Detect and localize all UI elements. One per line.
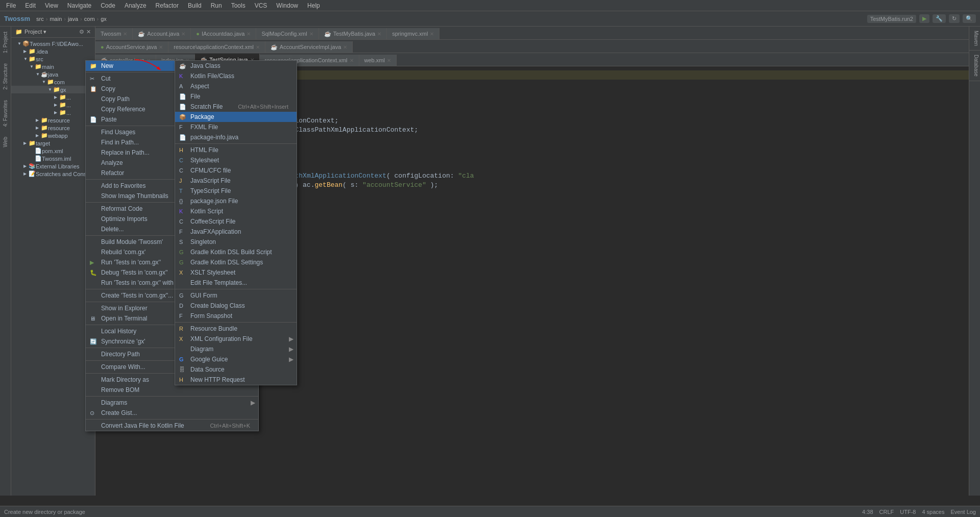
tree-item-sub3[interactable]: ▶ 📁 ... (11, 109, 95, 116)
tree-item-target[interactable]: ▶ 📁 target (11, 139, 95, 147)
breadcrumb-com[interactable]: com (84, 16, 95, 22)
event-log[interactable]: Event Log (950, 509, 976, 515)
menu-window[interactable]: Window (272, 1, 302, 10)
submenu-xslt[interactable]: X XSLT Stylesheet (175, 267, 297, 278)
submenu-googleguice[interactable]: G Google Guice ▶ (175, 354, 297, 364)
submenu-createdialogclass[interactable]: D Create Dialog Class (175, 301, 297, 311)
tree-item-gx[interactable]: ▼ 📁 gx (11, 86, 95, 93)
run-button[interactable]: ▶ (919, 14, 929, 23)
submenu-tsfile[interactable]: T TypeScript File (175, 186, 297, 196)
menu-file[interactable]: File (2, 1, 20, 10)
submenu-file[interactable]: 📄 File (175, 91, 297, 102)
submenu-kotlinscript[interactable]: K Kotlin Script (175, 206, 297, 216)
status-lineending[interactable]: CRLF (879, 509, 894, 515)
web-tab[interactable]: Web (2, 134, 9, 150)
menu-refactor[interactable]: Refactor (152, 1, 183, 10)
submenu-kotlinclass[interactable]: K Kotlin File/Class (175, 71, 297, 81)
tree-item-src[interactable]: ▼ 📁 src (11, 55, 95, 63)
submenu-newhttprequest[interactable]: H New HTTP Request (175, 375, 297, 385)
tab-springmvc[interactable]: springmvc.xml ✕ (387, 28, 439, 39)
tree-item-twossm[interactable]: ▼ 📦 Twossm F:\IDEAwo... (11, 40, 95, 47)
menu-view[interactable]: View (41, 1, 62, 10)
tab-account-close[interactable]: ✕ (181, 31, 185, 37)
breadcrumb-src[interactable]: src (36, 16, 44, 22)
submenu-jsfile[interactable]: J JavaScript File (175, 176, 297, 186)
menu-analyze[interactable]: Analyze (120, 1, 151, 10)
submenu-aspect[interactable]: A Aspect (175, 81, 297, 91)
submenu-scratchfile[interactable]: 📄 Scratch File Ctrl+Alt+Shift+Insert (175, 102, 297, 112)
tab-accountservice-close[interactable]: ✕ (159, 44, 163, 50)
submenu-stylesheet[interactable]: C Stylesheet (175, 155, 297, 165)
submenu-javaclass[interactable]: ☕ Java Class (175, 61, 297, 71)
submenu-coffeescript[interactable]: C CoffeeScript File (175, 216, 297, 227)
tab-sqlmapconfig[interactable]: SqlMapConfig.xml ✕ (256, 28, 318, 39)
tree-item-pom[interactable]: 📄 pom.xml (11, 147, 95, 155)
submenu-guiform[interactable]: G GUI Form (175, 290, 297, 301)
panel-settings-icon[interactable]: ⚙ (79, 29, 84, 35)
tab-iaccountdao-close[interactable]: ✕ (247, 31, 251, 37)
tab-webxml-close[interactable]: ✕ (387, 58, 391, 63)
tab-twossm[interactable]: Twossm ✕ (95, 28, 133, 39)
tree-item-scratches[interactable]: ▶ 📝 Scratches and Cons (11, 170, 95, 178)
tab-account[interactable]: ☕ Account.java ✕ (133, 28, 191, 39)
run-config[interactable]: TestMyBatis.run2 (867, 15, 916, 23)
refresh-button[interactable]: ↻ (949, 14, 960, 23)
ctx-removebom[interactable]: Remove BOM (86, 385, 258, 395)
submenu-fxmlfile[interactable]: F FXML File (175, 122, 297, 132)
tab-webxml[interactable]: web.xml ✕ (359, 55, 397, 66)
menu-help[interactable]: Help (303, 1, 324, 10)
tree-item-iml[interactable]: 📄 Twossm.iml (11, 155, 95, 162)
submenu-formsnapshot[interactable]: F Form Snapshot (175, 311, 297, 321)
tab-twossm-close[interactable]: ✕ (123, 31, 127, 37)
database-tab[interactable]: Database (969, 51, 980, 81)
search-button[interactable]: 🔍 (963, 14, 976, 23)
project-tab[interactable]: 1: Project (2, 29, 9, 56)
submenu-package[interactable]: 📦 Package (175, 112, 297, 122)
submenu-packagejson[interactable]: {} package.json File (175, 196, 297, 206)
panel-close-icon[interactable]: ✕ (86, 29, 91, 35)
submenu-cfml[interactable]: C CFML/CFC file (175, 165, 297, 176)
submenu-editfiletemplates[interactable]: Edit File Templates... (175, 278, 297, 288)
tree-item-webapp[interactable]: ▶ 📁 webapp (11, 132, 95, 139)
build-button[interactable]: 🔧 (933, 14, 946, 23)
tab-testmybatis-close[interactable]: ✕ (377, 31, 381, 37)
breadcrumb-java[interactable]: java (68, 16, 78, 22)
tab-appctx-close[interactable]: ✕ (256, 44, 260, 50)
menu-run[interactable]: Run (207, 1, 226, 10)
submenu-javafxapp[interactable]: F JavaFXApplication (175, 227, 297, 237)
tab-accountserviceimpl[interactable]: ☕ AccountServiceImpl.java ✕ (265, 41, 353, 53)
tab-iaccountdao[interactable]: ● IAccountdao.java ✕ (191, 28, 256, 39)
breadcrumb-main[interactable]: main (50, 16, 62, 22)
status-indent[interactable]: 4 spaces (922, 509, 944, 515)
structure-tab[interactable]: 2: Structure (2, 60, 9, 93)
submenu-diagram[interactable]: Diagram ▶ (175, 344, 297, 354)
menu-vcs[interactable]: VCS (251, 1, 272, 10)
tab-resappctx-close[interactable]: ✕ (350, 58, 354, 63)
tree-item-com[interactable]: ▼ 📁 com (11, 78, 95, 86)
submenu-gradlebuild[interactable]: G Gradle Kotlin DSL Build Script (175, 247, 297, 257)
submenu-packageinfo[interactable]: 📄 package-info.java (175, 132, 297, 142)
ctx-creategist[interactable]: ⊙ Create Gist... (86, 408, 258, 418)
submenu-resourcebundle[interactable]: R Resource Bundle (175, 324, 297, 334)
submenu-singleton[interactable]: S Singleton (175, 237, 297, 247)
ctx-diagrams[interactable]: Diagrams ▶ (86, 398, 258, 408)
tab-springmvc-close[interactable]: ✕ (430, 31, 434, 37)
submenu-htmlfile[interactable]: H HTML File (175, 145, 297, 155)
tree-item-main[interactable]: ▼ 📁 main (11, 63, 95, 70)
menu-navigate[interactable]: Navigate (63, 1, 95, 10)
tab-testmybatis[interactable]: ☕ TestMyBatis.java ✕ (319, 28, 387, 39)
submenu-xmlconfigfile[interactable]: X XML Configuration File ▶ (175, 334, 297, 344)
submenu-gradlesettings[interactable]: G Gradle Kotlin DSL Settings (175, 257, 297, 267)
maven-tab[interactable]: Maven (969, 27, 980, 51)
breadcrumb-gx[interactable]: gx (101, 16, 107, 22)
tree-item-extlibs[interactable]: ▶ 📚 External Libraries (11, 162, 95, 170)
menu-code[interactable]: Code (96, 1, 119, 10)
tab-appctx[interactable]: resource\applicationContext.xml ✕ (168, 41, 265, 53)
tree-item-idea[interactable]: ▶ 📁 .idea (11, 47, 95, 55)
tab-accountservice[interactable]: ● AccountService.java ✕ (95, 41, 168, 53)
tab-sqlmapconfig-close[interactable]: ✕ (309, 31, 313, 37)
menu-tools[interactable]: Tools (227, 1, 250, 10)
ctx-convertjava[interactable]: Convert Java File to Kotlin File Ctrl+Al… (86, 421, 258, 431)
menu-build[interactable]: Build (184, 1, 206, 10)
tab-accountserviceimpl-close[interactable]: ✕ (343, 44, 347, 50)
